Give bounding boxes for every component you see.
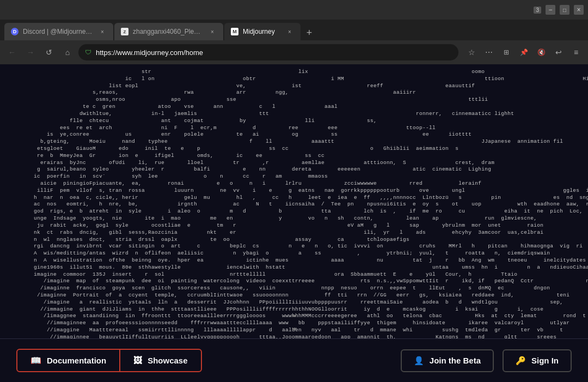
join-beta-icon: 👤 — [414, 356, 424, 366]
tab-midjourney-close[interactable]: × — [285, 27, 294, 36]
text-art-area: str lix oomo ic l on obtr — [0, 64, 588, 338]
text-art-line: /imagine map of steampunk dee oi paintin… — [11, 278, 577, 285]
text-art-line: /imaginne francisco goya scen glitch sso… — [11, 285, 577, 292]
text-art-line: te c gren atoo vse ann c l aaal — [11, 104, 577, 111]
text-art-line: illiF pem vllof s, tran rossa luuurn ne … — [11, 187, 577, 195]
toolbar-icons: ☆ ⋯ ⊞ 📌 🔇 ↩ ≡ — [464, 45, 584, 60]
bottom-nav: 📖 Documentation 🖼 Showcase 👤 Join the Be… — [0, 338, 588, 382]
text-art-line: b,gteing, Moeiu nand typhee f ll aaaattt… — [11, 138, 577, 145]
extensions-icon[interactable]: ⊞ — [499, 45, 514, 60]
text-art-line: h nar n oea c, cicle,, herir gelu mu hl … — [11, 195, 577, 202]
showcase-button[interactable]: 🖼 Showcase — [120, 350, 200, 371]
text-art-line: nk ct rabs dncig, gibl sesss,Raozcinia n… — [11, 229, 577, 237]
showcase-label: Showcase — [148, 356, 187, 365]
new-tab-button[interactable]: + — [302, 25, 317, 40]
text-art-line: ac nos eomtri, h nre, be, irgnth ac N t … — [11, 201, 577, 208]
tab-midjourney[interactable]: M Midjourney × — [224, 23, 301, 40]
tab-zhanggan-close[interactable]: × — [208, 27, 217, 36]
more-icon[interactable]: ⋯ — [481, 45, 497, 60]
text-art-line: ic l on obtr i MM ttioon Hitt Tteechh — [11, 76, 577, 83]
text-art-line: god rigs, e b atreht in syle i aleo o m … — [11, 208, 577, 215]
text-art-line: s,reaos, rwa arr ngg, aaiiirr — [11, 89, 577, 96]
text-art-line: ic poerfin in scv` syh lee o n cc r am m… — [11, 173, 577, 180]
tab-discord[interactable]: D Discord | @Midjourney Bot × — [4, 23, 113, 40]
window-controls: 3 − □ × — [534, 5, 584, 15]
sign-in-icon: 🔑 — [516, 356, 526, 366]
back-button[interactable]: ← — [4, 45, 20, 60]
tab-zhanggan-title: zhangganxi4060_Please_dr... — [133, 28, 204, 35]
documentation-label: Documentation — [47, 356, 106, 365]
text-art-line: /imagine a reallistic ystaals lln a dess… — [11, 299, 577, 306]
text-art-line: aicie piningioFpiacuante, ea, ronai e o … — [11, 180, 577, 187]
text-art-line: rgi dancng invibrnt vcar sitingin o art … — [11, 243, 577, 250]
bookmark-icon[interactable]: ☆ — [464, 45, 479, 60]
text-art-line: list eopl ve, ist reeff eaauuttif — [11, 83, 577, 90]
tab-discord-title: Discord | @Midjourney Bot — [23, 28, 94, 35]
text-art-line: A wis/meditting/antas wizrd n oflifeon a… — [11, 250, 577, 257]
text-art-line: /imaginne Portrait of a ccyent temple, c… — [11, 292, 577, 299]
text-art-line: etsgloet GiauoM edo inil te e p ss cc o … — [11, 145, 577, 153]
text-art-line: g sairul,beano syleo yheeler r balfi e n… — [11, 166, 577, 173]
text-art-line: is ye,conree us enr polele te ai og ss e… — [11, 131, 577, 138]
tab-discord-close[interactable]: × — [98, 27, 107, 36]
shield-icon: 🛡 — [85, 48, 91, 56]
refresh-button[interactable]: ↺ — [41, 45, 57, 60]
text-art-line: n wl nnglases dnct, stria drssl oaplx te… — [11, 237, 577, 244]
forward-button[interactable]: → — [23, 45, 38, 60]
text-art-line: n A wisellustration ofthe beinng oye. hp… — [11, 257, 577, 264]
zhanggan-favicon: Z — [121, 28, 128, 35]
menu-icon[interactable]: ≡ — [568, 45, 584, 60]
minimize-button[interactable]: − — [546, 5, 555, 15]
discord-favicon: D — [11, 28, 19, 35]
documentation-icon: 📖 — [30, 355, 41, 366]
tab-midjourney-title: Midjourney — [243, 28, 281, 35]
showcase-icon: 🖼 — [133, 356, 142, 366]
text-art-line: imagine commoor 135J insert r sol nrttte… — [11, 271, 577, 278]
close-button[interactable]: × — [574, 5, 584, 15]
text-art-line: //immaginnee beauuvtlIiffulltuurriis LLl… — [11, 334, 577, 338]
mute-icon[interactable]: 🔇 — [534, 45, 549, 60]
sign-in-button[interactable]: 🔑 Sign In — [503, 349, 572, 372]
window-number: 3 — [534, 7, 541, 14]
text-art-line: re b MmeyJea Gr ion e ifigel omds, ic ee… — [11, 153, 577, 160]
restore-button[interactable]: □ — [560, 5, 569, 15]
scroll-indicator: ⌄⌄ — [290, 307, 299, 333]
text-art-line: str lix oomo — [11, 69, 577, 76]
text-art-line: dwithltue, in-l jaemlis ttt ronnerr, cin… — [11, 111, 577, 118]
text-art-line: ju rabit acke, gogl syle ocostliae e tm … — [11, 222, 577, 229]
browser-window: 3 − □ × D Discord | @Midjourney Bot × Z … — [0, 0, 588, 382]
bottom-right-buttons: 👤 Join the Beta 🔑 Sign In — [401, 349, 572, 372]
url-bar[interactable]: 🛡 https://www.midjourney.com/home — [78, 44, 458, 60]
text-art-line: unge Indsage yoogts, nie ite i mao me en… — [11, 215, 577, 222]
text-art-line: gine1960s illut51 mous. 80e sthhawestyll… — [11, 264, 577, 271]
text-art-line: ees re et arch ni F l ecr,m d ree eee tt… — [11, 125, 577, 132]
tab-bar: D Discord | @Midjourney Bot × Z zhanggan… — [0, 20, 588, 40]
mj-favicon: M — [231, 28, 238, 35]
tab-zhanggan[interactable]: Z zhangganxi4060_Please_dr... × — [114, 23, 223, 40]
url-text: https://www.midjourney.com/home — [96, 48, 203, 57]
home-button[interactable]: ⌂ — [60, 45, 75, 60]
address-bar: ← → ↺ ⌂ 🛡 https://www.midjourney.com/hom… — [0, 40, 588, 64]
join-beta-label: Join the Beta — [430, 356, 481, 365]
text-art-line: osms,nroo apo sse tttlii — [11, 96, 577, 104]
join-beta-button[interactable]: 👤 Join the Beta — [401, 349, 494, 372]
page-content: str lix oomo ic l on obtr — [0, 64, 588, 382]
text-art-line: flle chtecu ant cojmat by lli ss, — [11, 118, 577, 125]
documentation-button[interactable]: 📖 Documentation — [17, 350, 120, 371]
bottom-left-buttons: 📖 Documentation 🖼 Showcase — [16, 349, 202, 372]
text-art-line: erairas byJnc ofUdi li, rue lloel tr ,r … — [11, 160, 577, 167]
pin-icon[interactable]: 📌 — [516, 45, 531, 60]
undo-icon[interactable]: ↩ — [551, 45, 566, 60]
title-bar: 3 − □ × — [0, 0, 588, 20]
sign-in-label: Sign In — [531, 356, 559, 365]
